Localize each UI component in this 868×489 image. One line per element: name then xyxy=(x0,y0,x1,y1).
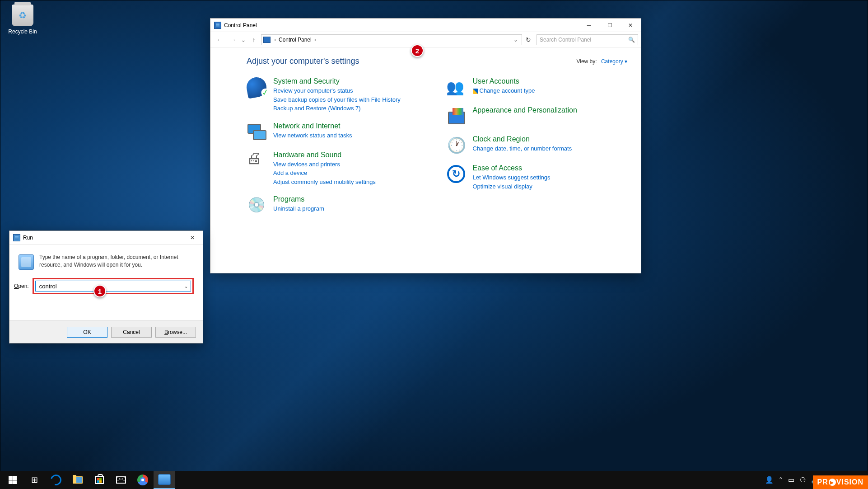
cp-link[interactable]: Optimize visual display xyxy=(473,182,551,191)
task-view-button[interactable]: ⊞ xyxy=(23,471,45,489)
cp-item-title[interactable]: User Accounts xyxy=(473,77,535,85)
ease-of-access-icon: ↻ xyxy=(446,164,466,184)
window-title: Control Panel xyxy=(224,22,579,28)
taskbar-app-mail[interactable] xyxy=(110,471,132,489)
edge-icon xyxy=(49,473,64,488)
minimize-button[interactable]: ─ xyxy=(579,19,599,32)
run-icon xyxy=(13,234,20,241)
run-description: Type the name of a program, folder, docu… xyxy=(39,254,194,270)
windows-icon xyxy=(9,476,17,484)
cp-item-title[interactable]: Programs xyxy=(273,195,324,203)
cp-link[interactable]: Uninstall a program xyxy=(273,204,324,213)
search-icon: 🔍 xyxy=(628,37,635,43)
taskbar-app-explorer[interactable] xyxy=(67,471,89,489)
watermark: PR▶VISION xyxy=(813,475,868,489)
cp-link[interactable]: Review your computer's status xyxy=(273,86,401,95)
appearance-icon xyxy=(446,106,466,126)
shield-icon xyxy=(245,76,268,99)
start-button[interactable] xyxy=(2,471,23,489)
open-input[interactable] xyxy=(35,281,191,292)
titlebar[interactable]: Control Panel ─ ☐ ✕ xyxy=(210,19,641,32)
taskbar: ⊞ 👤 ˄ ▭ ⚆ 🔊 ENG 4:14 PM xyxy=(0,471,868,489)
chevron-right-icon: › xyxy=(314,37,316,43)
annotation-highlight-1: ⌄ xyxy=(33,278,194,294)
taskbar-app-chrome[interactable] xyxy=(132,471,154,489)
close-button[interactable]: ✕ xyxy=(182,231,203,244)
cp-item-title[interactable]: Network and Internet xyxy=(273,122,352,130)
cp-link[interactable]: Backup and Restore (Windows 7) xyxy=(273,104,401,113)
cp-item-programs: Programs Uninstall a program xyxy=(247,195,428,215)
cp-item-appearance: Appearance and Personalization xyxy=(446,106,628,126)
navbar: ← → ⌄ ↑ › Control Panel › ⌄ ↻ Search Con… xyxy=(210,32,641,47)
breadcrumb-text: Control Panel xyxy=(279,37,312,43)
printer-icon xyxy=(247,151,266,171)
mail-icon xyxy=(116,476,126,484)
cp-link[interactable]: View devices and printers xyxy=(273,160,376,169)
view-by-selector[interactable]: View by: Category ▾ xyxy=(576,58,627,65)
cp-item-hardware: Hardware and Sound View devices and prin… xyxy=(247,151,428,187)
cp-link[interactable]: Change account type xyxy=(473,86,535,95)
cp-link[interactable]: Save backup copies of your files with Fi… xyxy=(273,95,401,104)
close-button[interactable]: ✕ xyxy=(620,19,641,32)
nav-back-icon[interactable]: ← xyxy=(213,33,226,46)
taskbar-app-run[interactable] xyxy=(154,471,175,489)
cp-link[interactable]: Add a device xyxy=(273,169,376,178)
store-icon xyxy=(95,476,104,484)
taskbar-app-store[interactable] xyxy=(89,471,110,489)
maximize-button[interactable]: ☐ xyxy=(599,19,620,32)
refresh-icon[interactable]: ↻ xyxy=(523,36,534,43)
view-by-label: View by: xyxy=(576,58,597,65)
uac-shield-icon xyxy=(473,89,478,94)
cp-item-title[interactable]: Hardware and Sound xyxy=(273,151,376,159)
cp-item-title[interactable]: Clock and Region xyxy=(473,135,572,143)
cp-link[interactable]: Change date, time, or number formats xyxy=(473,144,572,153)
window-title: Run xyxy=(23,235,182,241)
wifi-icon[interactable]: ⚆ xyxy=(800,476,806,484)
clock-icon xyxy=(446,135,466,155)
cp-item-title[interactable]: Appearance and Personalization xyxy=(473,106,577,114)
tray-chevron-icon[interactable]: ˄ xyxy=(779,476,783,484)
cp-item-clock-region: Clock and Region Change date, time, or n… xyxy=(446,135,628,155)
cp-item-system-security: System and Security Review your computer… xyxy=(247,77,428,113)
taskbar-app-edge[interactable] xyxy=(45,471,67,489)
run-dialog: Run ✕ Type the name of a program, folder… xyxy=(9,230,203,343)
cp-item-title[interactable]: System and Security xyxy=(273,77,401,85)
control-panel-icon xyxy=(214,22,221,29)
annotation-callout-2: 2 xyxy=(411,44,424,57)
annotation-callout-1: 1 xyxy=(93,285,106,297)
desktop-icon-recycle-bin[interactable]: Recycle Bin xyxy=(5,5,41,35)
view-by-value: Category ▾ xyxy=(601,58,627,65)
cp-item-title[interactable]: Ease of Access xyxy=(473,164,551,172)
nav-up-icon[interactable]: ↑ xyxy=(247,33,260,46)
recycle-bin-label: Recycle Bin xyxy=(5,28,41,35)
cp-link[interactable]: Let Windows suggest settings xyxy=(473,173,551,182)
run-taskbar-icon xyxy=(158,474,171,485)
breadcrumb-icon xyxy=(263,37,271,43)
search-placeholder: Search Control Panel xyxy=(540,37,591,43)
chevron-down-icon[interactable]: ⌄ xyxy=(512,37,520,43)
cp-link[interactable]: View network status and tasks xyxy=(273,131,352,140)
titlebar[interactable]: Run ✕ xyxy=(9,231,203,244)
chevron-right-icon: › xyxy=(274,37,276,43)
chrome-icon xyxy=(137,475,148,485)
users-icon xyxy=(446,77,466,97)
battery-icon[interactable]: ▭ xyxy=(788,476,794,484)
cp-link[interactable]: Adjust commonly used mobility settings xyxy=(273,178,376,187)
recycle-bin-icon xyxy=(12,5,33,26)
people-icon[interactable]: 👤 xyxy=(765,476,774,484)
cp-item-ease-of-access: ↻ Ease of Access Let Windows suggest set… xyxy=(446,164,628,191)
open-label: Open: xyxy=(14,283,29,289)
page-title: Adjust your computer's settings xyxy=(247,56,359,66)
nav-forward-icon[interactable]: → xyxy=(227,33,239,46)
search-input[interactable]: Search Control Panel 🔍 xyxy=(537,34,638,45)
cancel-button[interactable]: Cancel xyxy=(111,327,152,338)
breadcrumb[interactable]: › Control Panel › ⌄ xyxy=(261,34,522,45)
disc-icon xyxy=(247,195,266,215)
ok-button[interactable]: OK xyxy=(67,327,107,338)
folder-icon xyxy=(73,476,83,484)
nav-recent-icon[interactable]: ⌄ xyxy=(240,33,247,46)
run-program-icon xyxy=(19,254,34,270)
browse-button[interactable]: Browse... xyxy=(155,327,196,338)
cp-item-network: Network and Internet View network status… xyxy=(247,122,428,142)
control-panel-window: Control Panel ─ ☐ ✕ ← → ⌄ ↑ › Control Pa… xyxy=(210,18,641,273)
